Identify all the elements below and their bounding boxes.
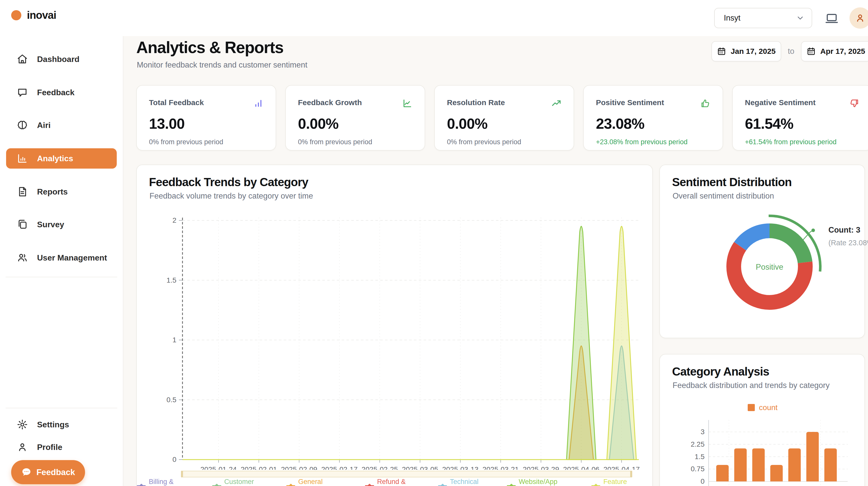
- legend-item[interactable]: General Complaints: [286, 478, 358, 486]
- chat-icon: [17, 87, 28, 98]
- legend-item[interactable]: Technical Issues: [438, 478, 499, 486]
- calendar-icon: [807, 47, 816, 56]
- sentiment-donut-chart: [660, 165, 865, 339]
- stat-label: Feedback Growth: [298, 98, 362, 107]
- stat-value: 0.00%: [298, 115, 412, 132]
- trends-legend: Billing & PaymentsCustomer SupportGenera…: [137, 478, 653, 486]
- stat-label: Resolution Rate: [447, 98, 505, 107]
- sidebar-item-dashboard[interactable]: Dashboard: [6, 49, 117, 69]
- sidebar-item-reports[interactable]: Reports: [6, 182, 117, 202]
- legend-label: General Complaints: [298, 478, 358, 486]
- sidebar-item-profile[interactable]: Profile: [6, 437, 117, 457]
- calendar-icon: [717, 47, 726, 56]
- legend-label: Feature Request: [603, 478, 653, 486]
- sidebar-item-settings[interactable]: Settings: [6, 415, 117, 435]
- stat-card-resolution-rate: Resolution Rate 0.00% 0% from previous p…: [434, 85, 574, 151]
- svg-text:2025-04-06: 2025-04-06: [563, 465, 599, 470]
- chart-subtitle: Overall sentiment distribution: [673, 191, 774, 201]
- stat-sub: +23.08% from previous period: [596, 138, 710, 146]
- donut-tooltip-rate: (Rate 23.08%: [828, 239, 868, 247]
- end-date-label: Apr 17, 2025: [820, 47, 865, 56]
- sidebar-item-feedback[interactable]: Feedback: [6, 82, 117, 102]
- category-bar-chart: 00.751.52.253: [660, 355, 865, 486]
- svg-text:2025-02-25: 2025-02-25: [362, 465, 398, 470]
- sidebar-item-label: Dashboard: [37, 55, 80, 64]
- svg-text:0.75: 0.75: [691, 465, 705, 473]
- sidebar-item-survey[interactable]: Survey: [6, 214, 117, 235]
- trending-up-icon: [551, 98, 561, 109]
- svg-text:2: 2: [172, 216, 176, 224]
- svg-text:0: 0: [701, 477, 705, 485]
- sidebar-item-label: Settings: [37, 420, 69, 429]
- svg-text:2025-03-05: 2025-03-05: [402, 465, 438, 470]
- svg-text:0.5: 0.5: [166, 396, 176, 404]
- brain-icon: [17, 120, 28, 131]
- legend-item[interactable]: Feature Request: [591, 478, 653, 486]
- feedback-button-label: Feedback: [36, 467, 75, 477]
- date-range-separator: to: [788, 47, 795, 56]
- stat-label: Negative Sentiment: [745, 98, 815, 107]
- sidebar: Dashboard Feedback Airi Analytics Report…: [0, 36, 123, 486]
- sidebar-divider: [6, 277, 117, 277]
- feedback-trends-chart: 00.511.522025-01-242025-02-012025-02-092…: [137, 165, 653, 470]
- sidebar-item-label: Reports: [37, 187, 68, 196]
- line-chart-icon: [402, 98, 412, 109]
- legend-label: Website/App Usability: [519, 478, 584, 486]
- sidebar-divider: [6, 408, 117, 408]
- mini-bar-chart-icon: [253, 98, 264, 109]
- legend-item[interactable]: Customer Support: [212, 478, 279, 486]
- brand-name: inovai: [27, 9, 56, 21]
- sidebar-item-analytics[interactable]: Analytics: [6, 148, 117, 169]
- datazoom-slider[interactable]: [181, 471, 632, 477]
- stat-card-positive-sentiment: Positive Sentiment 23.08% +23.08% from p…: [583, 85, 723, 151]
- sidebar-item-label: Feedback: [37, 88, 74, 97]
- stat-sub: 0% from previous period: [298, 138, 412, 146]
- stat-label: Total Feedback: [149, 98, 204, 107]
- svg-text:2025-02-17: 2025-02-17: [321, 465, 358, 470]
- speech-bubble-icon: [21, 467, 32, 478]
- svg-text:3: 3: [701, 428, 705, 436]
- feedback-button[interactable]: Feedback: [11, 460, 85, 484]
- document-icon: [17, 186, 28, 197]
- stat-card-total-feedback: Total Feedback 13.00 0% from previous pe…: [136, 85, 276, 151]
- gear-icon: [17, 419, 28, 430]
- sidebar-item-label: Analytics: [37, 154, 73, 163]
- sidebar-item-user-management[interactable]: User Management: [6, 248, 117, 268]
- sidebar-item-label: User Management: [37, 253, 107, 263]
- stat-value: 23.08%: [596, 115, 710, 132]
- legend-label: Billing & Payments: [149, 478, 205, 486]
- legend-item[interactable]: Refund & Returns: [365, 478, 430, 486]
- svg-text:2.25: 2.25: [691, 440, 705, 448]
- workspace-select[interactable]: Insyt: [714, 8, 812, 28]
- legend-label: Refund & Returns: [377, 478, 430, 486]
- start-date-label: Jan 17, 2025: [731, 47, 776, 56]
- date-range: Jan 17, 2025 to Apr 17, 2025: [711, 41, 868, 61]
- laptop-icon[interactable]: [824, 10, 840, 26]
- user-avatar[interactable]: [849, 7, 868, 29]
- donut-tooltip-count: Count: 3: [828, 225, 860, 235]
- stat-sub: 0% from previous period: [447, 138, 561, 146]
- svg-text:1.5: 1.5: [695, 453, 705, 461]
- svg-text:0: 0: [172, 456, 176, 463]
- sidebar-item-airi[interactable]: Airi: [6, 115, 117, 135]
- svg-text:2025-01-24: 2025-01-24: [200, 465, 237, 470]
- legend-item[interactable]: Billing & Payments: [137, 478, 205, 486]
- stat-sub: +61.54% from previous period: [745, 138, 859, 146]
- bar-chart-icon: [17, 153, 28, 164]
- stat-value: 13.00: [149, 115, 264, 132]
- svg-text:2025-04-17: 2025-04-17: [603, 465, 640, 470]
- start-date-button[interactable]: Jan 17, 2025: [711, 41, 781, 61]
- stat-card-feedback-growth: Feedback Growth 0.00% 0% from previous p…: [285, 85, 425, 151]
- legend-item[interactable]: Website/App Usability: [507, 478, 584, 486]
- sentiment-distribution-card: Sentiment Distribution Overall sentiment…: [659, 164, 865, 338]
- end-date-button[interactable]: Apr 17, 2025: [801, 41, 868, 61]
- thumbs-down-icon: [849, 98, 859, 109]
- donut-center-label: Positive: [744, 263, 795, 272]
- svg-text:2025-03-29: 2025-03-29: [523, 465, 559, 470]
- chevron-down-icon: [796, 14, 805, 22]
- svg-text:1.5: 1.5: [166, 276, 176, 284]
- topbar: inovai Insyt: [0, 0, 868, 36]
- sidebar-item-label: Survey: [37, 220, 64, 229]
- stat-label: Positive Sentiment: [596, 98, 664, 107]
- svg-text:2025-02-09: 2025-02-09: [281, 465, 317, 470]
